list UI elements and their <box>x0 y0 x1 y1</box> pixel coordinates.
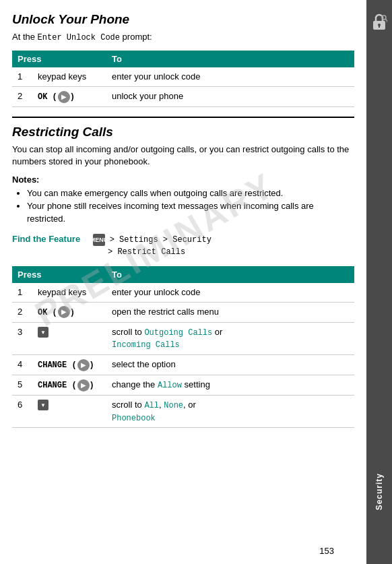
restrict-row5-num: 5 <box>12 375 32 396</box>
unlock-table-to-header: To <box>106 51 354 67</box>
allow-code: Allow <box>158 381 182 390</box>
outgoing-calls-code: Outgoing Calls <box>144 328 212 338</box>
restrict-row2-close: ) <box>70 308 75 317</box>
unlock-row1-press: keypad keys <box>32 67 106 87</box>
restrict-row2-press: OK (▶) <box>32 302 106 322</box>
table-row: 1 keypad keys enter your unlock code <box>12 67 354 87</box>
restrict-row3-num: 3 <box>12 322 32 355</box>
restrict-row4-close: ) <box>90 361 94 370</box>
restrict-row4-press: CHANGE (▶) <box>32 355 106 375</box>
note-item: You can make emergency calls when outgoi… <box>27 187 354 200</box>
sidebar-label: Security <box>374 473 384 510</box>
nav-icon: ▼ <box>38 327 48 338</box>
restrict-row4-change: CHANGE ( <box>38 361 77 370</box>
find-feature-path: MENU > Settings > Security > Restrict Ca… <box>93 234 211 258</box>
unlock-row2-press: OK (▶) <box>32 86 106 106</box>
notes-list: You can make emergency calls when outgoi… <box>12 187 354 226</box>
main-content: PRELIMINARY Unlock Your Phone At the Ent… <box>0 0 366 564</box>
note-item: Your phone still receives incoming text … <box>27 200 354 226</box>
find-feature-label: Find the Feature <box>12 234 86 244</box>
restrict-row3-to: scroll to Outgoing Calls orIncoming Call… <box>106 322 354 355</box>
table-row: 6 ▼ scroll to All, None, orPhonebook <box>12 395 354 428</box>
restrict-row1-to: enter your unlock code <box>106 283 354 303</box>
menu-icon: MENU <box>93 234 105 246</box>
restrict-row5-press: CHANGE (▶) <box>32 375 106 396</box>
page-number: 153 <box>319 546 334 556</box>
unlock-section-title: Unlock Your Phone <box>12 12 354 27</box>
lock-icon <box>370 12 389 31</box>
find-feature-path-line1: > Settings > Security > Restrict Calls <box>93 235 211 257</box>
restrict-row1-press: keypad keys <box>32 283 106 303</box>
unlock-intro-end: prompt: <box>120 32 152 42</box>
right-arrow-icon: ▶ <box>77 359 90 371</box>
right-arrow-icon: ▶ <box>77 379 90 391</box>
restricting-table-press-header: Press <box>12 266 106 283</box>
restrict-row5-change: CHANGE ( <box>38 381 77 390</box>
unlock-row1-to: enter your unlock code <box>106 67 354 87</box>
table-row: 2 OK (▶) unlock your phone <box>12 86 354 106</box>
unlock-table: Press To 1 keypad keys enter your unlock… <box>12 51 354 107</box>
restrict-row2-ok: OK ( <box>38 308 57 317</box>
none-code: None <box>164 401 183 410</box>
table-row: 2 OK (▶) open the restrict calls menu <box>12 302 354 322</box>
table-row: 5 CHANGE (▶) change the Allow setting <box>12 375 354 396</box>
table-row: 1 keypad keys enter your unlock code <box>12 283 354 303</box>
restrict-row5-close: ) <box>90 381 94 390</box>
restrict-row1-num: 1 <box>12 283 32 303</box>
svg-rect-2 <box>379 25 380 28</box>
unlock-prompt-code: Enter Unlock Code <box>38 33 120 42</box>
unlock-row1-num: 1 <box>12 67 32 87</box>
restricting-section-title: Restricting Calls <box>12 125 354 139</box>
restrict-row4-to: select the option <box>106 355 354 375</box>
page-container: PRELIMINARY Unlock Your Phone At the Ent… <box>0 0 392 564</box>
right-arrow-icon: ▶ <box>58 306 70 318</box>
unlock-row2-ok: OK ( <box>38 92 57 102</box>
table-row: 3 ▼ scroll to Outgoing Calls orIncoming … <box>12 322 354 355</box>
phonebook-code: Phonebook <box>112 414 156 423</box>
incoming-calls-code: Incoming Calls <box>112 340 180 350</box>
all-code: All <box>144 401 159 410</box>
restrict-row3-press: ▼ <box>32 322 106 355</box>
restrict-row5-to: change the Allow setting <box>106 375 354 396</box>
unlock-table-press-header: Press <box>12 51 106 67</box>
nav-icon: ▼ <box>38 400 48 410</box>
unlock-row2-close: ) <box>70 92 75 102</box>
unlock-intro-text: At the <box>12 32 38 42</box>
sidebar: Security <box>366 0 392 564</box>
unlock-intro: At the Enter Unlock Code prompt: <box>12 31 354 44</box>
unlock-row2-num: 2 <box>12 86 32 106</box>
restrict-row4-num: 4 <box>12 355 32 375</box>
unlock-row2-to: unlock your phone <box>106 86 354 106</box>
restricting-table-to-header: To <box>106 266 354 283</box>
restrict-row6-num: 6 <box>12 395 32 428</box>
restrict-row2-num: 2 <box>12 302 32 322</box>
table-row: 4 CHANGE (▶) select the option <box>12 355 354 375</box>
restricting-table: Press To 1 keypad keys enter your unlock… <box>12 266 354 429</box>
right-arrow-icon: ▶ <box>58 91 70 103</box>
section-divider <box>12 117 354 118</box>
restricting-intro: You can stop all incoming and/or outgoin… <box>12 144 354 168</box>
restrict-row6-to: scroll to All, None, orPhonebook <box>106 395 354 428</box>
restrict-row2-to: open the restrict calls menu <box>106 302 354 322</box>
notes-title: Notes: <box>12 175 354 185</box>
find-feature-row: Find the Feature MENU > Settings > Secur… <box>12 234 354 258</box>
restrict-row6-press: ▼ <box>32 395 106 428</box>
